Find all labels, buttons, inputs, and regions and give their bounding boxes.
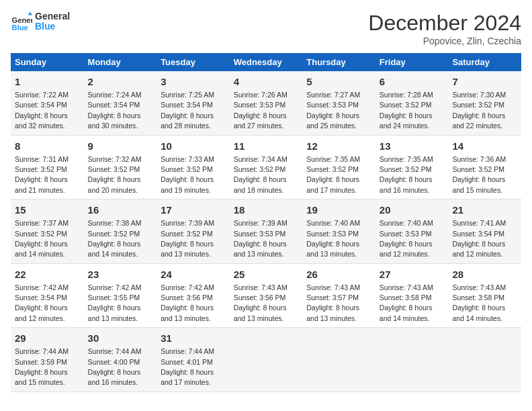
calendar-cell: 10Sunrise: 7:33 AMSunset: 3:52 PMDayligh… xyxy=(157,135,230,199)
day-info: Sunrise: 7:37 AMSunset: 3:52 PMDaylight:… xyxy=(15,219,69,258)
day-info: Sunrise: 7:26 AMSunset: 3:53 PMDaylight:… xyxy=(234,91,287,130)
day-info: Sunrise: 7:33 AMSunset: 3:52 PMDaylight:… xyxy=(161,155,214,194)
day-info: Sunrise: 7:42 AMSunset: 3:56 PMDaylight:… xyxy=(161,283,214,322)
calendar-cell: 25Sunrise: 7:43 AMSunset: 3:56 PMDayligh… xyxy=(230,263,303,328)
day-info: Sunrise: 7:43 AMSunset: 3:58 PMDaylight:… xyxy=(380,283,433,322)
header-tuesday: Tuesday xyxy=(157,53,230,71)
day-number: 21 xyxy=(452,203,517,217)
calendar-cell: 1Sunrise: 7:22 AMSunset: 3:54 PMDaylight… xyxy=(11,71,84,135)
day-info: Sunrise: 7:43 AMSunset: 3:57 PMDaylight:… xyxy=(306,283,360,322)
day-info: Sunrise: 7:43 AMSunset: 3:56 PMDaylight:… xyxy=(234,283,287,322)
header-sunday: Sunday xyxy=(11,53,84,71)
day-info: Sunrise: 7:22 AMSunset: 3:54 PMDaylight:… xyxy=(15,91,69,130)
day-number: 15 xyxy=(15,203,80,217)
day-number: 28 xyxy=(452,267,517,281)
week-row: 22Sunrise: 7:42 AMSunset: 3:54 PMDayligh… xyxy=(11,263,521,328)
svg-text:Blue: Blue xyxy=(12,24,28,32)
week-row: 15Sunrise: 7:37 AMSunset: 3:52 PMDayligh… xyxy=(11,199,521,264)
day-info: Sunrise: 7:40 AMSunset: 3:53 PMDaylight:… xyxy=(306,219,360,258)
calendar-cell: 22Sunrise: 7:42 AMSunset: 3:54 PMDayligh… xyxy=(11,263,84,328)
calendar-cell: 30Sunrise: 7:44 AMSunset: 4:00 PMDayligh… xyxy=(84,328,157,392)
day-number: 17 xyxy=(161,203,226,217)
calendar-cell: 20Sunrise: 7:40 AMSunset: 3:53 PMDayligh… xyxy=(375,199,449,264)
calendar-cell: 24Sunrise: 7:42 AMSunset: 3:56 PMDayligh… xyxy=(157,263,230,328)
calendar-cell: 29Sunrise: 7:44 AMSunset: 3:59 PMDayligh… xyxy=(11,328,84,392)
day-info: Sunrise: 7:44 AMSunset: 4:00 PMDaylight:… xyxy=(88,347,142,386)
calendar-cell: 16Sunrise: 7:38 AMSunset: 3:52 PMDayligh… xyxy=(84,199,157,264)
week-row: 29Sunrise: 7:44 AMSunset: 3:59 PMDayligh… xyxy=(11,328,521,392)
day-number: 29 xyxy=(15,331,80,345)
day-number: 24 xyxy=(161,267,226,281)
day-info: Sunrise: 7:43 AMSunset: 3:58 PMDaylight:… xyxy=(452,283,506,322)
day-number: 26 xyxy=(306,267,371,281)
calendar-cell: 9Sunrise: 7:32 AMSunset: 3:52 PMDaylight… xyxy=(84,135,157,199)
calendar-cell: 28Sunrise: 7:43 AMSunset: 3:58 PMDayligh… xyxy=(448,263,521,328)
calendar-cell: 13Sunrise: 7:35 AMSunset: 3:52 PMDayligh… xyxy=(375,135,449,199)
calendar-cell: 8Sunrise: 7:31 AMSunset: 3:52 PMDaylight… xyxy=(11,135,84,199)
day-number: 16 xyxy=(88,203,153,217)
calendar-cell: 12Sunrise: 7:35 AMSunset: 3:52 PMDayligh… xyxy=(302,135,375,199)
header-friday: Friday xyxy=(375,53,449,71)
day-info: Sunrise: 7:28 AMSunset: 3:52 PMDaylight:… xyxy=(380,91,433,130)
calendar-cell: 7Sunrise: 7:30 AMSunset: 3:52 PMDaylight… xyxy=(448,71,521,135)
calendar-cell: 19Sunrise: 7:40 AMSunset: 3:53 PMDayligh… xyxy=(302,199,375,264)
day-number: 23 xyxy=(88,267,153,281)
main-title: December 2024 xyxy=(368,11,521,36)
day-number: 14 xyxy=(452,139,517,153)
logo-line2: Blue xyxy=(35,21,70,32)
logo-icon: General Blue xyxy=(11,11,32,32)
day-number: 9 xyxy=(88,139,153,153)
calendar-cell: 31Sunrise: 7:44 AMSunset: 4:01 PMDayligh… xyxy=(157,328,230,392)
week-row: 8Sunrise: 7:31 AMSunset: 3:52 PMDaylight… xyxy=(11,135,521,199)
calendar-cell: 2Sunrise: 7:24 AMSunset: 3:54 PMDaylight… xyxy=(84,71,157,135)
day-info: Sunrise: 7:24 AMSunset: 3:54 PMDaylight:… xyxy=(88,91,142,130)
calendar-cell: 3Sunrise: 7:25 AMSunset: 3:54 PMDaylight… xyxy=(157,71,230,135)
calendar-cell: 4Sunrise: 7:26 AMSunset: 3:53 PMDaylight… xyxy=(230,71,303,135)
day-info: Sunrise: 7:27 AMSunset: 3:53 PMDaylight:… xyxy=(306,91,360,130)
day-number: 7 xyxy=(452,75,517,89)
day-number: 27 xyxy=(380,267,445,281)
calendar-cell: 27Sunrise: 7:43 AMSunset: 3:58 PMDayligh… xyxy=(375,263,449,328)
logo-line1: General xyxy=(35,11,70,21)
day-info: Sunrise: 7:44 AMSunset: 4:01 PMDaylight:… xyxy=(161,347,214,386)
header-row: SundayMondayTuesdayWednesdayThursdayFrid… xyxy=(11,53,521,71)
calendar-cell: 23Sunrise: 7:42 AMSunset: 3:55 PMDayligh… xyxy=(84,263,157,328)
day-info: Sunrise: 7:34 AMSunset: 3:52 PMDaylight:… xyxy=(234,155,287,194)
day-number: 10 xyxy=(161,139,226,153)
day-info: Sunrise: 7:40 AMSunset: 3:53 PMDaylight:… xyxy=(380,219,433,258)
calendar-cell xyxy=(375,328,449,392)
logo: General Blue General Blue xyxy=(11,11,70,32)
svg-text:General: General xyxy=(12,16,32,24)
calendar-cell: 17Sunrise: 7:39 AMSunset: 3:52 PMDayligh… xyxy=(157,199,230,264)
day-info: Sunrise: 7:42 AMSunset: 3:55 PMDaylight:… xyxy=(88,283,142,322)
calendar-table: SundayMondayTuesdayWednesdayThursdayFrid… xyxy=(11,53,521,392)
day-number: 3 xyxy=(161,75,226,89)
calendar-cell: 6Sunrise: 7:28 AMSunset: 3:52 PMDaylight… xyxy=(375,71,449,135)
week-row: 1Sunrise: 7:22 AMSunset: 3:54 PMDaylight… xyxy=(11,71,521,135)
calendar-cell: 5Sunrise: 7:27 AMSunset: 3:53 PMDaylight… xyxy=(302,71,375,135)
day-info: Sunrise: 7:36 AMSunset: 3:52 PMDaylight:… xyxy=(452,155,506,194)
day-info: Sunrise: 7:35 AMSunset: 3:52 PMDaylight:… xyxy=(380,155,433,194)
day-number: 12 xyxy=(306,139,371,153)
day-number: 30 xyxy=(88,331,153,345)
day-info: Sunrise: 7:30 AMSunset: 3:52 PMDaylight:… xyxy=(452,91,506,130)
day-number: 31 xyxy=(161,331,226,345)
page-header: General Blue General Blue December 2024 … xyxy=(11,11,521,46)
day-info: Sunrise: 7:39 AMSunset: 3:52 PMDaylight:… xyxy=(161,219,214,258)
day-number: 18 xyxy=(234,203,299,217)
header-monday: Monday xyxy=(84,53,157,71)
svg-marker-2 xyxy=(28,12,32,15)
day-number: 22 xyxy=(15,267,80,281)
day-info: Sunrise: 7:38 AMSunset: 3:52 PMDaylight:… xyxy=(88,219,142,258)
day-number: 4 xyxy=(234,75,299,89)
day-number: 19 xyxy=(306,203,371,217)
day-number: 2 xyxy=(88,75,153,89)
subtitle: Popovice, Zlin, Czechia xyxy=(368,36,521,46)
day-number: 5 xyxy=(306,75,371,89)
day-info: Sunrise: 7:35 AMSunset: 3:52 PMDaylight:… xyxy=(306,155,360,194)
header-thursday: Thursday xyxy=(302,53,375,71)
day-info: Sunrise: 7:31 AMSunset: 3:52 PMDaylight:… xyxy=(15,155,69,194)
calendar-cell: 15Sunrise: 7:37 AMSunset: 3:52 PMDayligh… xyxy=(11,199,84,264)
day-number: 6 xyxy=(380,75,445,89)
day-info: Sunrise: 7:25 AMSunset: 3:54 PMDaylight:… xyxy=(161,91,214,130)
